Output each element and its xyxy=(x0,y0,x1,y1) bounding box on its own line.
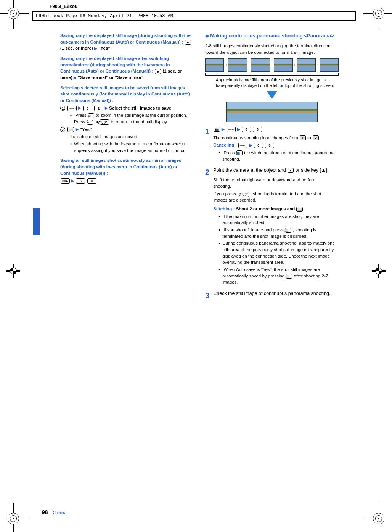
document-id: F905i_E2kou xyxy=(50,4,77,9)
pano-thumb-6 xyxy=(320,58,339,72)
cancel-label: Canceling : xyxy=(213,143,238,147)
section-index-tab xyxy=(33,208,40,235)
key-6-icon: 6 xyxy=(76,178,85,184)
arrow-icon: ▶ xyxy=(237,127,240,132)
save-displayed-outcam-heading: Saving only the displayed still image (d… xyxy=(60,32,194,52)
panorama-intro: 2-8 still images continuously shot chang… xyxy=(205,43,339,55)
camera-key-icon: 📷 xyxy=(214,127,220,132)
mail-key-icon: ✉ xyxy=(88,113,94,118)
text: Point the camera at the object and xyxy=(213,168,287,173)
tv-key-icon: 📺 xyxy=(236,150,243,155)
key-3-icon: 3 xyxy=(87,178,96,184)
mode-p-icon: P xyxy=(313,135,319,140)
key-6-icon: 6 xyxy=(254,143,263,148)
arrow-icon: ▶ xyxy=(94,46,97,52)
h1-yes: "Yes" xyxy=(98,46,110,50)
panorama-result-image xyxy=(226,102,318,122)
panorama-thumbnail-row: + + + + + xyxy=(205,58,339,72)
pano-thumb-3 xyxy=(251,58,270,72)
step-3-text: Check the still image of continuous pano… xyxy=(213,290,335,297)
text: Press xyxy=(223,150,236,155)
key-6-icon: 6 xyxy=(242,127,251,132)
plus-icon: + xyxy=(316,62,319,68)
step-2-bullet-1: If the maximum number images are shot, t… xyxy=(217,213,335,226)
key-5-icon: 5 xyxy=(253,127,262,132)
step-1-bullet: Press 📺 to switch the direction of conti… xyxy=(217,150,335,162)
book-key-icon: 📖 xyxy=(286,274,292,279)
step-2-bullet-4: When Auto save is "Yes", the shot still … xyxy=(217,266,335,285)
step-2-action: Point the camera at the object and ● or … xyxy=(213,167,335,174)
text: If you press xyxy=(213,192,237,196)
arrow-icon: ▶ xyxy=(78,105,81,111)
book-key-icon: 📖 xyxy=(296,207,303,212)
pano-thumb-2 xyxy=(228,58,247,72)
cropmark-mid-right xyxy=(367,260,390,282)
menu-key-icon: MENU xyxy=(227,127,236,132)
save-mirror-seq: MENU ▶ 6 3 xyxy=(60,177,194,184)
substep2-line: The selected still images are saved. xyxy=(69,134,194,140)
plus-icon: + xyxy=(294,62,296,68)
step-2-p2: If you press クリア , shooting is terminate… xyxy=(213,191,335,203)
h2-options: "Save normal" or "Save mirror" xyxy=(78,75,143,80)
save-displayed-incam-heading: Saving only the displayed still image af… xyxy=(60,55,194,81)
h1-duration: (1 sec. or more) xyxy=(60,46,93,50)
bracket-line xyxy=(205,73,339,76)
h1-linked-text: Saving only the displayed still image (d… xyxy=(60,33,191,44)
book-key-icon: 📖 xyxy=(285,228,291,233)
content-columns: Saving only the displayed still image (d… xyxy=(60,31,339,303)
step-2-bullet-2: If you shoot 1 image and press 📖 , shoot… xyxy=(217,227,335,239)
substep1-bullet: Press ✉ to zoom in the still image at th… xyxy=(69,112,194,125)
step-1-number: 1 xyxy=(205,126,212,137)
panorama-title-text: Making continuous panorama shooting <Pan… xyxy=(210,33,334,39)
dot-key-icon: ● xyxy=(87,120,93,125)
pano-thumb-4 xyxy=(274,58,292,72)
menu-key-icon: MENU xyxy=(61,178,70,184)
plus-icon: + xyxy=(271,62,273,68)
pano-thumb-5 xyxy=(297,58,316,72)
footer: 98 Camera xyxy=(42,509,66,515)
crop-header-line: F905i.book Page 98 Monday, April 21, 200… xyxy=(32,11,356,21)
dot-key-icon: ● xyxy=(155,69,161,74)
cropmark-top-right xyxy=(367,2,390,25)
page-number: 98 xyxy=(42,509,48,515)
substep2-bullet: When shooting with the in-camera, a conf… xyxy=(69,141,194,153)
save-mirror-heading: Saving all still images shot continuousl… xyxy=(60,157,194,176)
menu-key-icon: MENU xyxy=(67,106,77,111)
step-2-number: 2 xyxy=(205,167,212,178)
footer-section-label: Camera xyxy=(53,511,67,515)
substep2-yes: "Yes" xyxy=(80,127,92,132)
cropmark-top-left xyxy=(2,2,25,25)
menu-key-icon: MENU xyxy=(238,143,247,148)
step-1-cancel: Canceling : MENU ▶ 6 6 xyxy=(213,142,335,148)
step-2-stitching: Stitching : Shoot 2 or more images and 📖 xyxy=(213,206,335,212)
diamond-icon: ◆ xyxy=(205,33,209,39)
b1-text-a: Press xyxy=(75,113,88,118)
text: . xyxy=(320,135,321,140)
circled-one-icon: 1 xyxy=(60,106,65,111)
stitching-label: Stitching : xyxy=(213,206,236,211)
down-arrow-icon xyxy=(267,91,277,99)
step-2-p1: Shift the terminal rightward or downward… xyxy=(213,177,335,189)
text: The continuous shooting icon changes fro… xyxy=(213,135,299,140)
mode-1-icon: 1 xyxy=(300,135,306,140)
stitching-text: Shoot 2 or more images and xyxy=(236,206,296,211)
panorama-caption: Approximately one fifth area of the prev… xyxy=(216,77,339,89)
text: to xyxy=(307,135,312,140)
substep-1: 1 MENU ▶ 6 2 ▶ Select the still images t… xyxy=(60,105,194,111)
arrow-icon: ▶ xyxy=(105,105,108,111)
dot-key-icon: ● xyxy=(288,168,294,173)
step-2-bullet-3: During continuous panorama shooting, app… xyxy=(217,240,335,266)
cropmark-bottom-right xyxy=(367,507,390,530)
dot-key-icon: ● xyxy=(185,40,191,45)
cropmark-mid-left xyxy=(2,260,25,282)
step-2: 2 Point the camera at the object and ● o… xyxy=(205,167,339,286)
plus-icon: + xyxy=(225,62,227,68)
right-column: ◆ Making continuous panorama shooting <P… xyxy=(205,31,339,303)
page: F905i_E2kou F905i.book Page 98 Monday, A… xyxy=(0,0,392,532)
key-6-icon: 6 xyxy=(83,106,92,111)
arrow-icon: ▶ xyxy=(249,143,252,148)
substep1-text: Select the still images to save xyxy=(109,106,171,110)
left-column: Saving only the displayed still image (d… xyxy=(60,31,194,303)
substep-2: 2 📖 ▶ "Yes" xyxy=(60,126,194,133)
step-1-iconchange: The continuous shooting icon changes fro… xyxy=(213,135,335,141)
